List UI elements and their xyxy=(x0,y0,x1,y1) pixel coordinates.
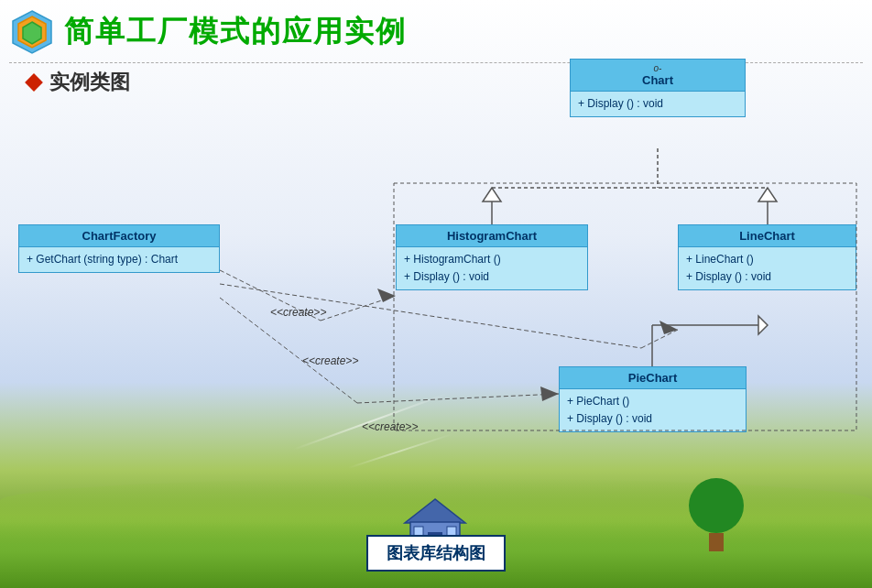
svg-marker-23 xyxy=(540,387,559,401)
page-title: 简单工厂模式的应用实例 xyxy=(64,12,407,52)
svg-marker-9 xyxy=(758,188,777,201)
histogram-class-box: HistogramChart + HistogramChart () + Dis… xyxy=(396,224,588,290)
tree-decoration xyxy=(680,478,744,551)
svg-line-17 xyxy=(220,284,641,348)
svg-marker-7 xyxy=(483,188,501,201)
chart-method-1: + Display () : void xyxy=(578,95,737,113)
svg-line-18 xyxy=(641,330,678,348)
histogram-body: + HistogramChart () + Display () : void xyxy=(397,247,587,289)
svg-marker-25 xyxy=(405,499,465,523)
chart-stereotype: o- xyxy=(578,63,737,73)
section-label: 实例类图 xyxy=(27,69,130,96)
chart-factory-header: ChartFactory xyxy=(19,225,219,247)
chart-factory-class-box: ChartFactory + GetChart (string type) : … xyxy=(18,224,220,273)
svg-marker-12 xyxy=(758,316,768,334)
chart-class-header: o- Chart xyxy=(571,60,745,92)
line-chart-method-2: + Display () : void xyxy=(686,268,848,286)
histogram-method-1: + HistogramChart () xyxy=(404,251,580,268)
pie-chart-method-2: + Display () : void xyxy=(567,410,738,428)
histogram-header: HistogramChart xyxy=(397,225,587,247)
svg-marker-2 xyxy=(23,22,41,44)
line-chart-class-box: LineChart + LineChart () + Display () : … xyxy=(678,224,856,290)
svg-text:<<create>>: <<create>> xyxy=(302,354,358,367)
pie-chart-name: PieChart xyxy=(628,371,677,385)
svg-line-13 xyxy=(220,270,321,321)
pie-chart-class-box: PieChart + PieChart () + Display () : vo… xyxy=(559,366,747,432)
title-bar: 简单工厂模式的应用实例 xyxy=(9,9,863,55)
svg-marker-19 xyxy=(659,321,678,334)
pie-chart-body: + PieChart () + Display () : void xyxy=(560,389,746,431)
svg-line-22 xyxy=(357,394,559,403)
line-chart-header: LineChart xyxy=(679,225,856,247)
svg-text:<<create>>: <<create>> xyxy=(270,306,326,319)
svg-marker-15 xyxy=(377,289,396,302)
chart-class-body: + Display () : void xyxy=(571,92,745,116)
histogram-method-2: + Display () : void xyxy=(404,268,580,286)
diamond-icon xyxy=(25,73,43,92)
section-label-text: 实例类图 xyxy=(49,69,130,96)
chart-factory-name: ChartFactory xyxy=(82,229,157,243)
chart-factory-body: + GetChart (string type) : Chart xyxy=(19,247,219,272)
svg-line-21 xyxy=(220,298,357,403)
title-icon xyxy=(9,9,55,55)
pie-chart-method-1: + PieChart () xyxy=(567,393,738,410)
chart-factory-method-1: + GetChart (string type) : Chart xyxy=(27,251,212,268)
chart-class-name: Chart xyxy=(642,73,673,87)
chart-class-box: o- Chart + Display () : void xyxy=(570,59,746,117)
svg-line-14 xyxy=(321,296,396,321)
bottom-caption: 图表库结构图 xyxy=(366,535,506,572)
line-chart-method-1: + LineChart () xyxy=(686,251,848,268)
histogram-name: HistogramChart xyxy=(447,229,537,243)
pie-chart-header: PieChart xyxy=(560,367,746,389)
line-chart-body: + LineChart () + Display () : void xyxy=(679,247,856,289)
line-chart-name: LineChart xyxy=(739,229,795,243)
